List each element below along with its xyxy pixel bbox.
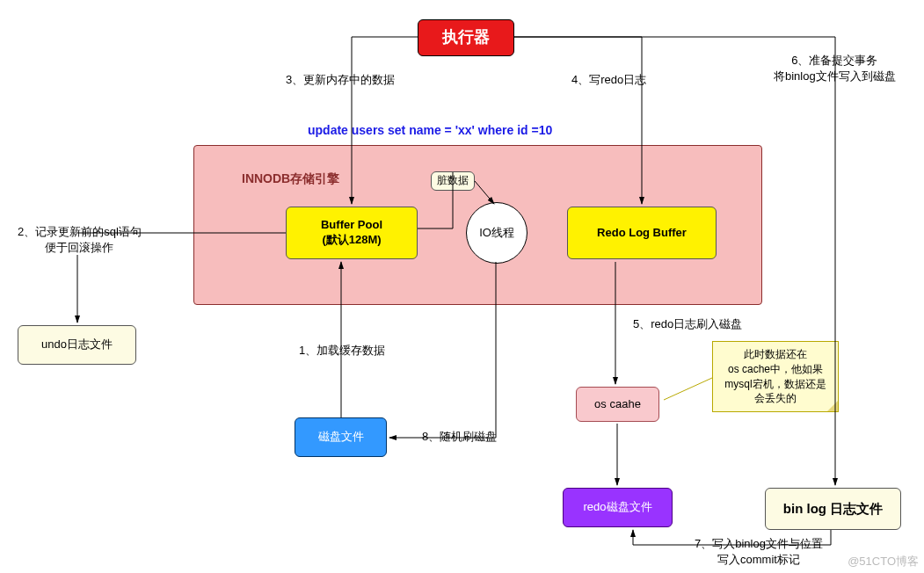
- dirty-data-label: 脏数据: [431, 171, 475, 191]
- undo-file-box: undo日志文件: [18, 325, 136, 365]
- step-8-label: 8、随机刷磁盘: [422, 429, 497, 445]
- sql-statement: update users set name = 'xx' where id =1…: [308, 123, 552, 137]
- step-4-label: 4、写redo日志: [571, 72, 646, 88]
- disk-file-box: 磁盘文件: [295, 417, 387, 457]
- os-cache-box: os caahe: [576, 387, 659, 422]
- step-7-label: 7、写入binlog文件与位置 写入commit标记: [695, 536, 823, 568]
- step-5-label: 5、redo日志刷入磁盘: [633, 316, 742, 332]
- step-3-label: 3、更新内存中的数据: [286, 72, 395, 88]
- executor-box: 执行器: [418, 19, 514, 56]
- buffer-pool-box: Buffer Pool (默认128M): [286, 207, 418, 259]
- io-thread-circle: IO线程: [466, 202, 527, 264]
- innodb-title: INNODB存储引擎: [242, 171, 339, 187]
- note-box: 此时数据还在 os cache中，他如果 mysql宕机，数据还是 会丢失的: [712, 341, 839, 412]
- step-1-label: 1、加载缓存数据: [299, 343, 385, 359]
- redo-disk-box: redo磁盘文件: [563, 488, 673, 527]
- watermark: @51CTO博客: [848, 554, 919, 569]
- step-2-label: 2、记录更新前的sql语句 便于回滚操作: [18, 224, 142, 256]
- step-6-label: 6、准备提交事务 将binlog文件写入到磁盘: [774, 53, 896, 84]
- binlog-file-box: bin log 日志文件: [765, 488, 901, 530]
- redo-log-buffer-box: Redo Log Buffer: [567, 207, 717, 259]
